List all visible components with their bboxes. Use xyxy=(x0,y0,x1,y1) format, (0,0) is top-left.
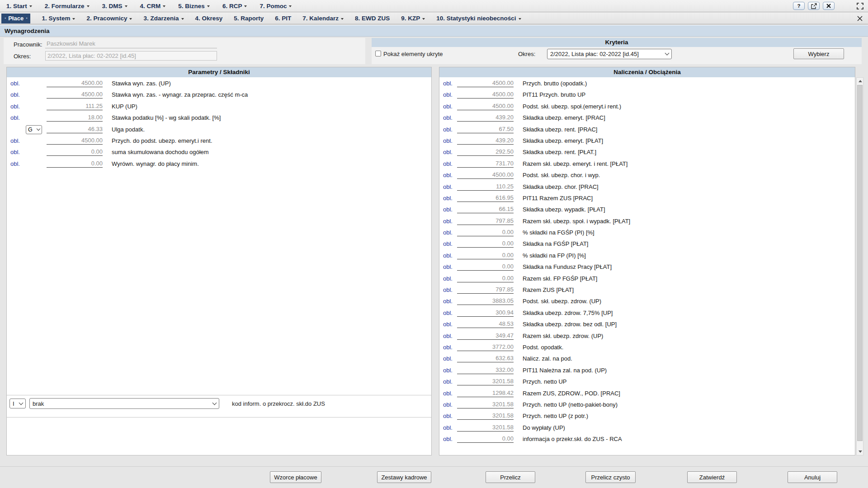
obl-link[interactable]: obl. xyxy=(10,103,20,110)
obl-link[interactable]: obl. xyxy=(443,355,453,362)
przelicz-button[interactable]: Przelicz xyxy=(486,471,535,483)
module-item-7-kalendarz[interactable]: 7. Kalendarz xyxy=(302,15,344,22)
obl-link[interactable]: obl. xyxy=(443,298,453,305)
obl-link[interactable]: obl. xyxy=(443,80,453,87)
menu-item-4-crm[interactable]: 4. CRM xyxy=(140,3,166,9)
obl-link[interactable]: obl. xyxy=(443,240,453,247)
value-field[interactable]: 731.70 xyxy=(457,160,514,168)
value-field[interactable]: 46.33 xyxy=(47,126,103,133)
value-field[interactable]: 67.50 xyxy=(457,126,514,133)
value-field[interactable]: 0.00 xyxy=(457,263,514,271)
obl-link[interactable]: obl. xyxy=(443,275,453,282)
wybierz-button[interactable]: Wybierz xyxy=(793,48,844,59)
value-field[interactable]: 48.53 xyxy=(457,320,514,328)
tab-place[interactable]: ▪ Płace ▪ xyxy=(1,14,30,23)
menu-item-1-start[interactable]: 1. Start xyxy=(6,3,32,9)
zestawy-kadrowe-button[interactable]: Zestawy kadrowe xyxy=(377,471,431,483)
value-field[interactable]: 1298.42 xyxy=(457,389,514,397)
obl-link[interactable]: obl. xyxy=(443,378,453,385)
value-field[interactable]: 110.25 xyxy=(457,183,514,191)
module-item-8-ewd-zus[interactable]: 8. EWD ZUS xyxy=(355,15,390,22)
przelicz-czysto-button[interactable]: Przelicz czysto xyxy=(585,471,636,483)
value-field[interactable]: 349.47 xyxy=(457,332,514,340)
obl-link[interactable]: obl. xyxy=(443,390,453,397)
obl-link[interactable]: obl. xyxy=(443,137,453,144)
obl-link[interactable]: obl. xyxy=(443,252,453,259)
module-item-10-statystyki-nieobecności[interactable]: 10. Statystyki nieobecności xyxy=(436,15,521,22)
module-item-5-raporty[interactable]: 5. Raporty xyxy=(234,15,264,22)
value-field[interactable]: 0.00 xyxy=(457,275,514,282)
scroll-up-icon[interactable] xyxy=(859,80,862,82)
value-field[interactable]: 439.20 xyxy=(457,137,514,145)
obl-link[interactable]: obl. xyxy=(443,172,453,178)
show-hidden-checkbox[interactable] xyxy=(375,51,381,56)
value-field[interactable]: 3201.58 xyxy=(457,401,514,408)
obl-link[interactable]: obl. xyxy=(443,183,453,190)
scroll-down-icon[interactable] xyxy=(859,450,862,453)
obl-link[interactable]: obl. xyxy=(10,149,20,155)
value-field[interactable]: 111.25 xyxy=(47,103,103,110)
value-field[interactable]: 3201.58 xyxy=(457,412,514,420)
obl-link[interactable]: obl. xyxy=(443,333,453,339)
value-field[interactable]: 4500.00 xyxy=(47,137,103,145)
open-new-window-button[interactable] xyxy=(808,2,820,10)
value-field[interactable]: 632.63 xyxy=(457,355,514,362)
value-field[interactable]: 0.00 xyxy=(457,435,514,443)
obl-link[interactable]: obl. xyxy=(443,229,453,236)
value-field[interactable]: 0.00 xyxy=(457,240,514,248)
menu-item-2-formularze[interactable]: 2. Formularze xyxy=(45,3,90,9)
module-item-6-pit[interactable]: 6. PIT xyxy=(275,15,291,22)
obl-link[interactable]: obl. xyxy=(443,126,453,133)
obl-link[interactable]: obl. xyxy=(443,367,453,374)
obl-link[interactable]: obl. xyxy=(10,137,20,144)
close-window-button[interactable] xyxy=(823,2,835,10)
obl-link[interactable]: obl. xyxy=(443,91,453,98)
obl-link[interactable]: obl. xyxy=(443,149,453,155)
value-field[interactable]: 4500.00 xyxy=(47,80,103,87)
scrollbar[interactable] xyxy=(856,77,863,455)
value-field[interactable]: 4500.00 xyxy=(457,103,514,110)
obl-link[interactable]: obl. xyxy=(10,91,20,98)
obl-link[interactable]: obl. xyxy=(443,286,453,293)
wzorce-płacowe-button[interactable]: Wzorce płacowe xyxy=(270,471,321,483)
value-field[interactable]: 0.00 xyxy=(457,252,514,259)
value-field[interactable]: 4500.00 xyxy=(457,171,514,179)
menu-item-7-pomoc[interactable]: 7. Pomoc xyxy=(259,3,292,9)
value-field[interactable]: 66.15 xyxy=(457,206,514,213)
menu-item-3-dms[interactable]: 3. DMS xyxy=(102,3,127,9)
value-field[interactable]: 0.00 xyxy=(457,229,514,236)
value-field[interactable]: 4500.00 xyxy=(457,91,514,99)
obl-link[interactable]: obl. xyxy=(443,321,453,328)
obl-link[interactable]: obl. xyxy=(443,344,453,351)
value-field[interactable]: 3883.05 xyxy=(457,297,514,305)
value-field[interactable]: 292.50 xyxy=(457,148,514,156)
value-field[interactable]: 3201.58 xyxy=(457,378,514,385)
obl-link[interactable]: obl. xyxy=(443,114,453,121)
module-item-2-pracownicy[interactable]: 2. Pracownicy xyxy=(86,15,132,22)
obl-link[interactable]: obl. xyxy=(10,114,20,121)
anuluj-button[interactable]: Anuluj xyxy=(788,471,837,483)
zatwierdź-button[interactable]: Zatwierdź xyxy=(687,471,737,483)
help-button[interactable]: ? xyxy=(793,2,805,10)
value-field[interactable]: 3201.58 xyxy=(457,424,514,432)
kod-select[interactable]: brak xyxy=(29,398,219,409)
value-field[interactable]: 3772.00 xyxy=(457,343,514,351)
fullscreen-icon[interactable] xyxy=(856,2,864,10)
module-item-9-kzp[interactable]: 9. KZP xyxy=(401,15,425,22)
obl-link[interactable]: obl. xyxy=(443,436,453,442)
obl-link[interactable]: obl. xyxy=(443,263,453,270)
kod-letter-select[interactable]: I xyxy=(9,399,26,408)
menu-item-5-biznes[interactable]: 5. Biznes xyxy=(178,3,210,9)
module-item-1-system[interactable]: 1. System xyxy=(42,15,75,22)
ulga-select[interactable]: G xyxy=(26,125,42,134)
value-field[interactable]: 4500.00 xyxy=(457,80,514,87)
value-field[interactable]: 18.00 xyxy=(47,114,103,122)
value-field[interactable]: 616.95 xyxy=(457,194,514,202)
obl-link[interactable]: obl. xyxy=(10,80,20,87)
module-item-3-zdarzenia[interactable]: 3. Zdarzenia xyxy=(143,15,184,22)
obl-link[interactable]: obl. xyxy=(443,310,453,316)
module-close-icon[interactable] xyxy=(856,15,863,22)
obl-link[interactable]: obl. xyxy=(443,401,453,408)
okres-select[interactable]: 2/2022, Lista płac: 02-2022 [id.45] xyxy=(547,49,672,59)
module-item-4-okresy[interactable]: 4. Okresy xyxy=(195,15,223,22)
